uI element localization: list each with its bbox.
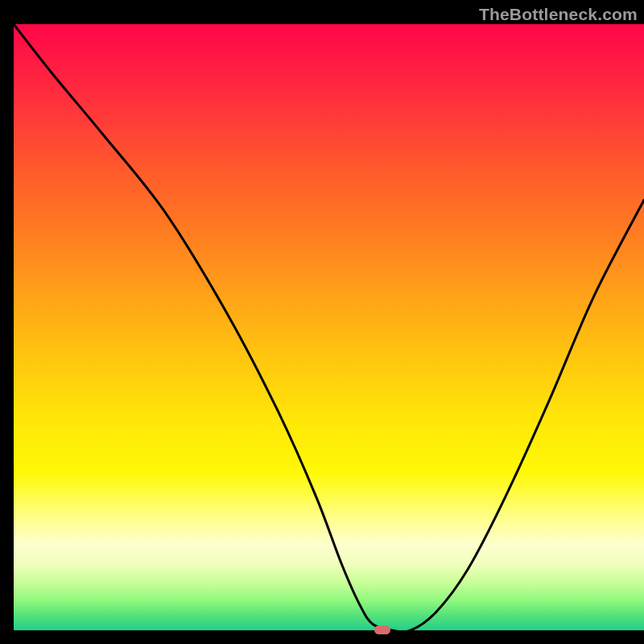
bottleneck-curve-path xyxy=(14,24,644,632)
watermark-text: TheBottleneck.com xyxy=(479,5,638,24)
chart-stage: TheBottleneck.com xyxy=(0,0,644,644)
bottleneck-curve-svg xyxy=(14,24,644,630)
valley-marker xyxy=(374,625,390,634)
